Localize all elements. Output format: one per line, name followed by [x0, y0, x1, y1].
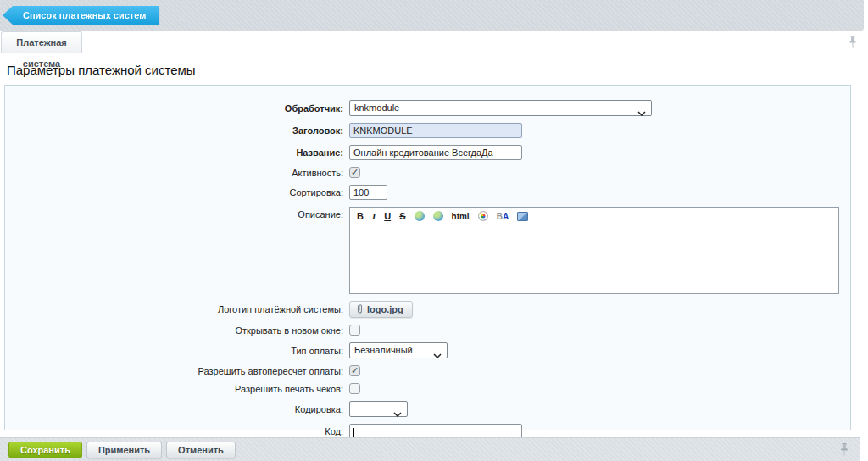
active-checkbox[interactable]	[349, 167, 360, 178]
sort-input[interactable]: 100	[349, 185, 387, 200]
encoding-label: Кодировка:	[5, 404, 349, 414]
description-row: Описание: B I U S html BA	[5, 207, 850, 294]
apply-button[interactable]: Применить	[86, 442, 162, 458]
logo-label: Логотип платёжной системы:	[5, 304, 349, 314]
active-row: Активность:	[5, 167, 850, 178]
print-receipts-row: Разрешить печать чеков:	[5, 383, 850, 394]
strikethrough-icon[interactable]: S	[399, 208, 405, 225]
pay-type-row: Тип оплаты: Безналичный	[5, 342, 850, 358]
name-row: Название: Онлайн кредитование ВсегдаДа	[5, 145, 850, 160]
save-button[interactable]: Сохранить	[8, 442, 82, 458]
text-caret	[353, 428, 354, 437]
top-toolbar: Список платежных систем	[0, 0, 864, 31]
bottom-toolbar: Сохранить Применить Отменить	[0, 437, 860, 461]
paperclip-icon	[356, 303, 364, 316]
tab-payment-system[interactable]: Платежная система	[1, 31, 82, 53]
handler-row: Обработчик: knkmodule	[5, 100, 850, 116]
handler-label: Обработчик:	[5, 103, 349, 114]
title-label: Заголовок:	[5, 125, 349, 136]
description-editor: B I U S html BA	[349, 207, 839, 294]
description-textarea[interactable]	[350, 225, 838, 293]
payment-system-form: Обработчик: knkmodule Заголовок: KNKMODU…	[4, 85, 851, 430]
html-source-icon[interactable]: html	[452, 208, 470, 225]
chevron-down-icon	[433, 348, 442, 363]
link-globe-icon[interactable]	[415, 211, 425, 221]
chevron-down-icon	[637, 106, 646, 120]
italic-icon[interactable]: I	[372, 208, 376, 225]
pay-type-label: Тип оплаты:	[5, 346, 349, 356]
color-wheel-icon[interactable]	[478, 211, 488, 221]
bold-icon[interactable]: B	[357, 208, 364, 225]
new-window-row: Открывать в новом окне:	[5, 325, 850, 336]
print-receipts-label: Разрешить печать чеков:	[5, 384, 349, 394]
underline-icon[interactable]: U	[384, 208, 391, 225]
title-row: Заголовок: KNKMODULE	[5, 123, 850, 138]
code-label: Код:	[5, 426, 349, 436]
page-title: Параметры платежной системы	[7, 63, 196, 77]
auto-recalc-row: Разрешить автопересчет оплаты:	[5, 365, 850, 376]
new-window-label: Открывать в новом окне:	[5, 325, 349, 336]
new-window-checkbox[interactable]	[349, 325, 360, 336]
payment-systems-list-button[interactable]: Список платежных систем	[3, 6, 159, 25]
auto-recalc-checkbox[interactable]	[349, 365, 360, 376]
print-receipts-checkbox[interactable]	[349, 383, 360, 394]
pin-icon[interactable]	[848, 35, 858, 51]
sort-row: Сортировка: 100	[5, 185, 850, 200]
chevron-down-icon	[393, 407, 402, 421]
handler-select[interactable]: knkmodule	[349, 100, 652, 116]
title-input[interactable]: KNKMODULE	[349, 123, 522, 138]
name-label: Название:	[5, 147, 349, 158]
unlink-globe-icon[interactable]	[433, 211, 443, 221]
tab-bar: Платежная система	[0, 31, 868, 53]
font-color-icon[interactable]: BA	[497, 212, 509, 221]
pay-type-select[interactable]: Безналичный	[349, 342, 448, 358]
description-label: Описание:	[5, 207, 349, 219]
name-input[interactable]: Онлайн кредитование ВсегдаДа	[349, 145, 522, 160]
pin-icon[interactable]	[839, 442, 849, 458]
logo-row: Логотип платёжной системы: logo.jpg	[5, 301, 850, 318]
active-label: Активность:	[5, 168, 349, 178]
editor-toolbar: B I U S html BA	[350, 208, 838, 225]
cancel-button[interactable]: Отменить	[166, 442, 236, 458]
encoding-select[interactable]	[349, 401, 408, 417]
auto-recalc-label: Разрешить автопересчет оплаты:	[5, 366, 349, 376]
insert-image-icon[interactable]	[517, 212, 528, 221]
encoding-row: Кодировка:	[5, 401, 850, 417]
sort-label: Сортировка:	[5, 187, 349, 197]
logo-file-button[interactable]: logo.jpg	[349, 301, 413, 318]
